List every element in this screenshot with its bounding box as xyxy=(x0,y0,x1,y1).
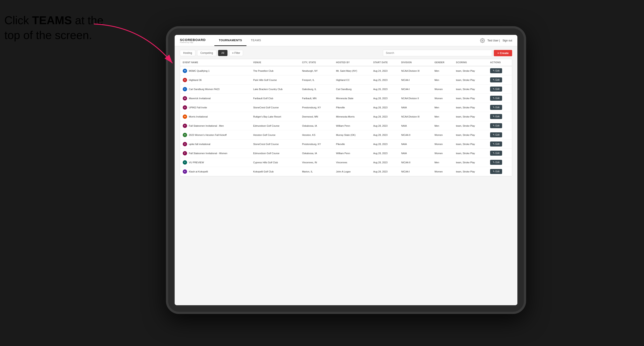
team-logo: H xyxy=(183,133,187,137)
cell-division: NAIA xyxy=(399,140,432,149)
cell-gender: Men xyxy=(432,103,454,112)
cell-division: NAIA xyxy=(399,149,432,158)
table-row: V VU PREVIEW Cypress Hills Golf Club Vin… xyxy=(180,158,512,167)
event-name-text: Klash at Kokopelli xyxy=(189,170,208,173)
cell-hosted-by: William Penn xyxy=(333,121,370,130)
col-actions: ACTIONS xyxy=(488,59,512,66)
edit-button[interactable]: ✎ Edit xyxy=(490,77,502,82)
cell-division: NAIA xyxy=(399,103,432,112)
table-row: M Maverick Invitational Faribault Golf C… xyxy=(180,94,512,103)
cell-event-name: M Morris Invitational xyxy=(180,112,250,121)
cell-actions: ✎ Edit xyxy=(488,121,512,130)
table-row: F Fall Statesmen Invitational - Men Edmu… xyxy=(180,121,512,130)
hosting-filter-btn[interactable]: Hosting xyxy=(180,50,196,56)
table-body: M MSMC Qualifying 1 The Powelton Club Ne… xyxy=(180,66,512,176)
cell-hosted-by: Vincennes xyxy=(333,158,370,167)
event-name-text: 2023 Women's Hesston Fall Kickoff xyxy=(189,134,226,136)
navbar: SCOREBOARD Powered by clipp TOURNAMENTS … xyxy=(175,35,518,46)
cell-venue: Edmundson Golf Course xyxy=(250,149,300,158)
edit-button[interactable]: ✎ Edit xyxy=(490,105,502,110)
table-row: H 2023 Women's Hesston Fall Kickoff Hess… xyxy=(180,130,512,140)
cell-scoring: team, Stroke Play xyxy=(454,158,488,167)
cell-event-name: H 2023 Women's Hesston Fall Kickoff xyxy=(180,130,250,140)
cell-scoring: team, Stroke Play xyxy=(454,103,488,112)
edit-button[interactable]: ✎ Edit xyxy=(490,169,502,174)
cell-scoring: team, Stroke Play xyxy=(454,130,488,140)
cell-gender: Men xyxy=(432,121,454,130)
logo-title: SCOREBOARD xyxy=(180,38,206,42)
edit-button[interactable]: ✎ Edit xyxy=(490,151,502,156)
cell-actions: ✎ Edit xyxy=(488,130,512,140)
table-row: M MSMC Qualifying 1 The Powelton Club Ne… xyxy=(180,66,512,75)
instruction-text: Click TEAMS at thetop of the screen. xyxy=(4,13,104,42)
cell-actions: ✎ Edit xyxy=(488,85,512,94)
cell-city-state: Newburgh, NY xyxy=(300,66,334,75)
cell-gender: Men xyxy=(432,112,454,121)
cell-city-state: Prestonsburg, KY xyxy=(300,140,334,149)
edit-button[interactable]: ✎ Edit xyxy=(490,114,502,119)
cell-gender: Women xyxy=(432,130,454,140)
edit-button[interactable]: ✎ Edit xyxy=(490,68,502,73)
all-filter-btn[interactable]: All xyxy=(218,50,228,56)
cell-start-date: Aug 28, 2023 xyxy=(371,94,399,103)
cell-start-date: Aug 26, 2023 xyxy=(371,85,399,94)
cell-event-name: M Maverick Invitational xyxy=(180,94,250,103)
cell-event-name: F Fall Statesmen Invitational - Men xyxy=(180,121,250,130)
cell-start-date: Aug 28, 2023 xyxy=(371,112,399,121)
team-logo: H xyxy=(183,78,187,82)
cell-venue: Hesston Golf Course xyxy=(250,130,300,140)
col-gender: GENDER xyxy=(432,59,454,66)
cell-hosted-by: Murray State (OK) xyxy=(333,130,370,140)
cell-actions: ✎ Edit xyxy=(488,140,512,149)
edit-button[interactable]: ✎ Edit xyxy=(490,123,502,128)
cell-event-name: C Carl Sandburg Women FA23 xyxy=(180,85,250,94)
user-name: Test User | xyxy=(488,39,500,42)
cell-gender: Men xyxy=(432,158,454,167)
team-logo: F xyxy=(183,151,187,156)
cell-venue: StoneCrest Golf Course xyxy=(250,103,300,112)
edit-button[interactable]: ✎ Edit xyxy=(490,132,502,137)
edit-button[interactable]: ✎ Edit xyxy=(490,160,502,165)
tournaments-table-wrapper: EVENT NAME VENUE CITY, STATE HOSTED BY S… xyxy=(180,59,512,176)
col-hosted-by: HOSTED BY xyxy=(333,59,370,66)
cell-division: NICAA I xyxy=(399,85,432,94)
cell-start-date: Aug 25, 2023 xyxy=(371,75,399,85)
event-name-text: Fall Statesmen Invitational - Women xyxy=(189,152,227,155)
cell-city-state: Hesston, KS xyxy=(300,130,334,140)
cell-actions: ✎ Edit xyxy=(488,94,512,103)
table-row: K Klash at Kokopelli Kokopelli Golf Club… xyxy=(180,167,512,176)
col-scoring: SCORING xyxy=(454,59,488,66)
competing-filter-btn[interactable]: Competing xyxy=(197,50,216,56)
cell-start-date: Aug 28, 2023 xyxy=(371,167,399,176)
table-row: F Fall Statesmen Invitational - Women Ed… xyxy=(180,149,512,158)
cell-hosted-by: Carl Sandburg xyxy=(333,85,370,94)
cell-venue: Edmundson Golf Course xyxy=(250,121,300,130)
cell-scoring: team, Stroke Play xyxy=(454,149,488,158)
event-name-text: Carl Sandburg Women FA23 xyxy=(189,88,220,90)
edit-button[interactable]: ✎ Edit xyxy=(490,142,502,147)
cell-hosted-by: William Penn xyxy=(333,149,370,158)
cell-venue: StoneCrest Golf Course xyxy=(250,140,300,149)
cell-event-name: U UPIKE Fall Invite xyxy=(180,103,250,112)
cell-division: NICAA II xyxy=(399,130,432,140)
cell-division: NICAA II xyxy=(399,158,432,167)
nav-tab-teams[interactable]: TEAMS xyxy=(246,35,266,46)
cell-actions: ✎ Edit xyxy=(488,66,512,75)
search-input[interactable] xyxy=(383,50,492,56)
cell-venue: Ruttger's Bay Lake Resort xyxy=(250,112,300,121)
col-event-name: EVENT NAME xyxy=(180,59,250,66)
cell-start-date: Aug 28, 2023 xyxy=(371,149,399,158)
cell-actions: ✎ Edit xyxy=(488,103,512,112)
cell-gender: Men xyxy=(432,66,454,75)
team-logo: F xyxy=(183,124,187,128)
create-button[interactable]: + Create xyxy=(494,50,512,56)
filter-options-btn[interactable]: ≡ Filter xyxy=(229,50,243,56)
edit-button[interactable]: ✎ Edit xyxy=(490,87,502,92)
settings-icon[interactable] xyxy=(480,38,485,43)
logo-subtitle: Powered by clipp xyxy=(180,42,206,43)
event-name-text: MSMC Qualifying 1 xyxy=(189,70,210,72)
signout-link[interactable]: Sign out xyxy=(502,39,512,42)
edit-button[interactable]: ✎ Edit xyxy=(490,96,502,101)
nav-tab-tournaments[interactable]: TOURNAMENTS xyxy=(214,35,246,46)
cell-actions: ✎ Edit xyxy=(488,167,512,176)
